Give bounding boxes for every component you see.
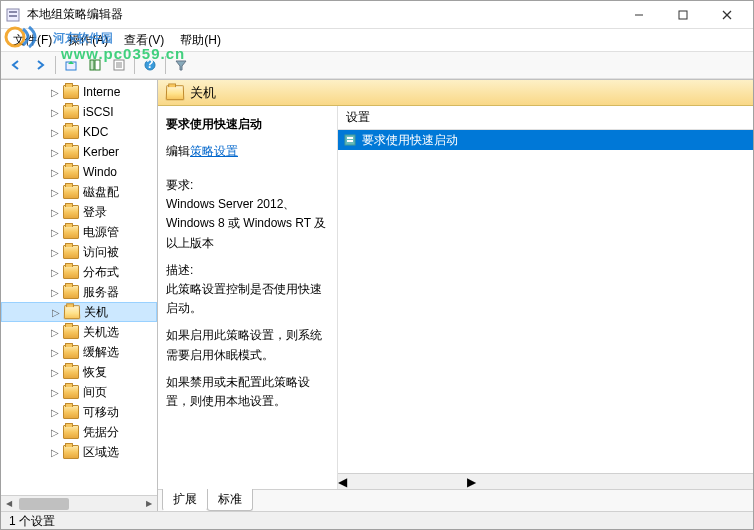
tree-item-label: KDC — [83, 125, 108, 139]
folder-closed-icon — [63, 125, 79, 139]
content-body: 要求使用快速启动 编辑策略设置 要求: Windows Server 2012、… — [158, 106, 753, 489]
folder-closed-icon — [63, 165, 79, 179]
tree-item-label: 分布式 — [83, 264, 119, 281]
tree-item[interactable]: ▷关机选 — [1, 322, 157, 342]
expand-icon[interactable]: ▷ — [49, 146, 61, 158]
statusbar: 1 个设置 — [1, 511, 753, 530]
list-col-setting: 设置 — [346, 109, 370, 126]
expand-icon[interactable]: ▷ — [49, 166, 61, 178]
scroll-left-icon[interactable]: ◀ — [1, 496, 17, 512]
tree-item[interactable]: ▷缓解选 — [1, 342, 157, 362]
expand-icon[interactable]: ▷ — [49, 386, 61, 398]
show-hide-tree-button[interactable] — [84, 54, 106, 76]
tree-scroll[interactable]: ▷Interne▷iSCSI▷KDC▷Kerber▷Windo▷磁盘配▷登录▷电… — [1, 80, 157, 496]
tree-item[interactable]: ▷可移动 — [1, 402, 157, 422]
expand-icon[interactable]: ▷ — [49, 246, 61, 258]
expand-icon[interactable]: ▷ — [49, 106, 61, 118]
tree-item-label: 访问被 — [83, 244, 119, 261]
requirements-text: Windows Server 2012、Windows 8 或 Windows … — [166, 195, 329, 253]
tree-item[interactable]: ▷Windo — [1, 162, 157, 182]
tree-item[interactable]: ▷恢复 — [1, 362, 157, 382]
expand-icon[interactable]: ▷ — [49, 286, 61, 298]
tab-standard[interactable]: 标准 — [207, 489, 253, 511]
properties-button[interactable] — [108, 54, 130, 76]
expand-icon[interactable]: ▷ — [49, 346, 61, 358]
list-hscrollbar[interactable]: ◀ ▶ — [338, 473, 753, 489]
expand-icon[interactable]: ▷ — [49, 426, 61, 438]
edit-policy-link[interactable]: 策略设置 — [190, 144, 238, 158]
tree-item[interactable]: ▷Interne — [1, 82, 157, 102]
policy-title: 要求使用快速启动 — [166, 116, 329, 133]
tree-item[interactable]: ▷磁盘配 — [1, 182, 157, 202]
tree-item[interactable]: ▷间页 — [1, 382, 157, 402]
expand-icon[interactable]: ▷ — [49, 406, 61, 418]
tree-item[interactable]: ▷区域选 — [1, 442, 157, 462]
description-para1: 如果启用此策略设置，则系统需要启用休眠模式。 — [166, 326, 329, 364]
svg-rect-10 — [95, 60, 100, 70]
scroll-right-icon[interactable]: ▶ — [467, 475, 476, 489]
folder-closed-icon — [63, 445, 79, 459]
filter-button[interactable] — [170, 54, 192, 76]
app-icon — [5, 7, 21, 23]
expand-icon[interactable]: ▷ — [49, 326, 61, 338]
tree-item[interactable]: ▷服务器 — [1, 282, 157, 302]
tab-extended[interactable]: 扩展 — [162, 489, 208, 511]
tree-item-label: 间页 — [83, 384, 107, 401]
tree-item[interactable]: ▷分布式 — [1, 262, 157, 282]
list-header[interactable]: 设置 — [338, 106, 753, 130]
folder-closed-icon — [63, 425, 79, 439]
expand-icon[interactable]: ▷ — [49, 366, 61, 378]
tree-item[interactable]: ▷iSCSI — [1, 102, 157, 122]
svg-rect-18 — [347, 137, 353, 139]
tree-item[interactable]: ▷Kerber — [1, 142, 157, 162]
status-text: 1 个设置 — [9, 513, 55, 530]
expand-icon[interactable]: ▷ — [49, 186, 61, 198]
tree-item[interactable]: ▷关机 — [1, 302, 157, 322]
folder-closed-icon — [63, 345, 79, 359]
scroll-thumb[interactable] — [19, 498, 69, 510]
expand-icon[interactable]: ▷ — [49, 206, 61, 218]
tree-hscrollbar[interactable]: ◀ ▶ — [1, 495, 157, 511]
forward-button[interactable] — [29, 54, 51, 76]
edit-prefix: 编辑 — [166, 144, 190, 158]
tree-item[interactable]: ▷KDC — [1, 122, 157, 142]
tree-item-label: 凭据分 — [83, 424, 119, 441]
minimize-button[interactable] — [617, 1, 661, 29]
folder-closed-icon — [63, 405, 79, 419]
menu-file[interactable]: 文件(F) — [5, 30, 60, 51]
expand-icon[interactable]: ▷ — [50, 306, 62, 318]
back-button[interactable] — [5, 54, 27, 76]
close-button[interactable] — [705, 1, 749, 29]
menu-view[interactable]: 查看(V) — [116, 30, 172, 51]
expand-icon[interactable]: ▷ — [49, 266, 61, 278]
up-button[interactable] — [60, 54, 82, 76]
tree-item[interactable]: ▷访问被 — [1, 242, 157, 262]
svg-rect-19 — [347, 140, 353, 142]
expand-icon[interactable]: ▷ — [49, 86, 61, 98]
tree-item-label: 区域选 — [83, 444, 119, 461]
tree-item-label: iSCSI — [83, 105, 114, 119]
content-header: 关机 — [158, 80, 753, 106]
scroll-track[interactable] — [17, 496, 141, 512]
folder-closed-icon — [63, 285, 79, 299]
tabs: 扩展 标准 — [158, 489, 753, 511]
menu-action[interactable]: 操作(A) — [60, 30, 116, 51]
scroll-right-icon[interactable]: ▶ — [141, 496, 157, 512]
scroll-left-icon[interactable]: ◀ — [338, 475, 347, 489]
maximize-button[interactable] — [661, 1, 705, 29]
menu-help[interactable]: 帮助(H) — [172, 30, 229, 51]
svg-rect-2 — [9, 11, 17, 13]
tree-item[interactable]: ▷电源管 — [1, 222, 157, 242]
expand-icon[interactable]: ▷ — [49, 126, 61, 138]
list-row[interactable]: 要求使用快速启动 — [338, 130, 753, 150]
tree-item[interactable]: ▷登录 — [1, 202, 157, 222]
folder-closed-icon — [63, 145, 79, 159]
expand-icon[interactable]: ▷ — [49, 446, 61, 458]
folder-open-icon — [166, 85, 185, 100]
help-button[interactable]: ? — [139, 54, 161, 76]
tree-item[interactable]: ▷凭据分 — [1, 422, 157, 442]
tree-item-label: 服务器 — [83, 284, 119, 301]
expand-icon[interactable]: ▷ — [49, 226, 61, 238]
tree-item-label: Windo — [83, 165, 117, 179]
folder-closed-icon — [63, 325, 79, 339]
